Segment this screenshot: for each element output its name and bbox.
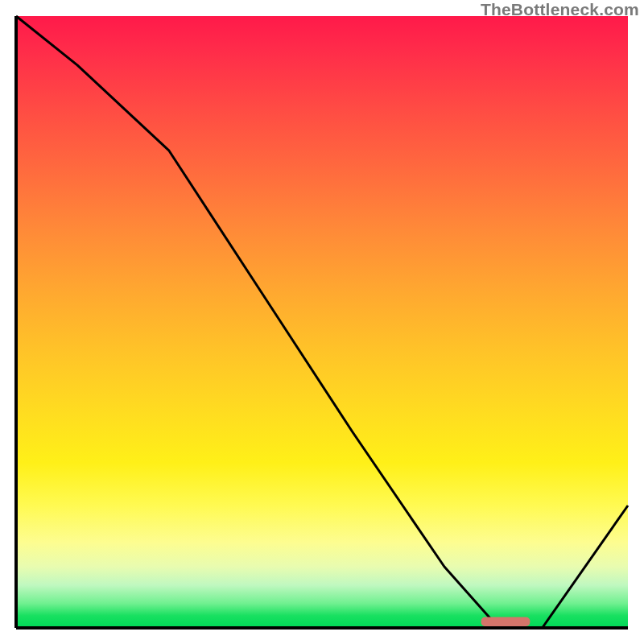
chart-container: TheBottleneck.com [0, 0, 644, 644]
bottleneck-curve [16, 16, 628, 628]
plot-area [16, 16, 628, 628]
optimal-marker [481, 617, 530, 626]
chart-svg [16, 16, 628, 628]
